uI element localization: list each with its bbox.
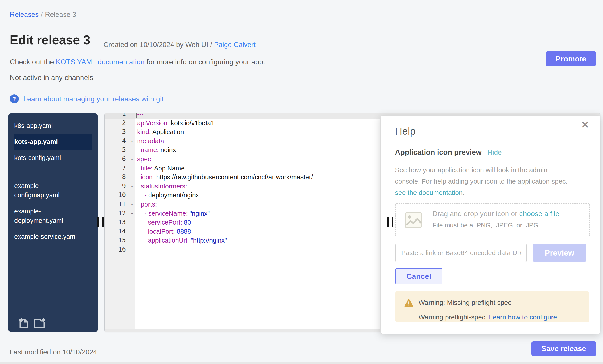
code-token: localPort: [148, 228, 177, 235]
fold-arrow-icon[interactable]: ▾ [131, 200, 133, 209]
icon-preview-title: Application icon preview [395, 148, 482, 156]
file-tab-example-deployment.yaml[interactable]: example-deployment.yaml [14, 203, 92, 229]
code-token: statusInformers: [141, 183, 187, 190]
description-line-1: See how your application icon will look … [395, 164, 568, 176]
code-token: nginx [161, 146, 176, 154]
sidebar-bottom-divider [16, 314, 93, 314]
code-token [137, 228, 148, 235]
help-title: Help [395, 125, 416, 137]
new-file-icon[interactable] [19, 318, 29, 330]
code-token: name: [141, 146, 161, 154]
fold-arrow-icon[interactable]: ▾ [131, 209, 133, 218]
sidebar-resize-handle-bar-1[interactable] [97, 217, 99, 227]
code-token: - [144, 192, 148, 199]
breadcrumb-current: Release 3 [45, 11, 76, 19]
code-token [137, 146, 141, 154]
git-help-link[interactable]: Learn about managing your releases with … [23, 95, 164, 103]
gutter-line-3: 3 [104, 127, 135, 137]
preview-button[interactable]: Preview [533, 244, 586, 262]
preflight-warning: Warning: Missing preflight spec Warning … [395, 291, 589, 322]
docs-sentence: Check out the KOTS YAML documentation fo… [10, 58, 265, 66]
save-release-button[interactable]: Save release [531, 341, 596, 356]
gutter-line-16: 16 [104, 245, 135, 254]
code-token [137, 219, 148, 226]
code-token [137, 201, 141, 208]
code-token [137, 165, 141, 172]
code-token: apiVersion: [137, 119, 171, 127]
warning-title: Warning: Missing preflight spec [418, 299, 511, 306]
sidebar-resize-handle-bar-2[interactable] [102, 217, 104, 227]
code-token: icon: [141, 174, 156, 181]
code-token [137, 192, 144, 199]
code-token: ports: [141, 201, 157, 208]
file-tab-example-configmap.yaml[interactable]: example-configmap.yaml [14, 178, 92, 203]
hide-link[interactable]: Hide [487, 149, 502, 156]
file-list: k8s-app.yamlkots-app.yamlkots-config.yam… [9, 113, 98, 245]
release-editor-page: Releases/Release 3 Edit release 3 Create… [0, 0, 603, 364]
gutter-line-9: 9▾ [104, 182, 135, 191]
gutter-line-4: 4▾ [104, 137, 135, 146]
code-token [137, 210, 144, 217]
fold-arrow-icon[interactable]: ▾ [131, 137, 133, 146]
code-token: 8888 [177, 228, 191, 235]
dropzone-subtext: File must be a .PNG, .JPEG, or .JPG [432, 222, 538, 229]
help-resize-handle-bar-1[interactable] [387, 217, 389, 227]
window-bottom-edge [0, 362, 603, 364]
cancel-button[interactable]: Cancel [395, 268, 442, 284]
code-token: applicationUrl: [148, 237, 191, 244]
gutter-line-2: 2 [104, 119, 135, 128]
dropzone-text-pre: Drag and drop your icon or [432, 210, 519, 218]
file-tab-kots-app.yaml[interactable]: kots-app.yaml [14, 134, 92, 150]
close-icon[interactable]: ✕ [581, 120, 589, 130]
gutter-line-13: 13 [104, 218, 135, 227]
code-token: kots.io/v1beta1 [171, 119, 215, 127]
code-token: - serviceName: [144, 210, 190, 217]
page-title: Edit release 3 [10, 33, 90, 47]
warning-text-prefix: Warning preflight-spec. [418, 313, 489, 321]
icon-url-input[interactable] [395, 244, 526, 262]
code-token: servicePort: [148, 219, 184, 226]
see-docs-link[interactable]: see the documentation [395, 189, 463, 196]
docs-sentence-pre: Check out the [10, 58, 56, 66]
file-sidebar: k8s-app.yamlkots-app.yamlkots-config.yam… [9, 113, 98, 332]
choose-file-link[interactable]: choose a file [519, 210, 559, 218]
gutter-line-15: 15 [104, 236, 135, 245]
code-token [137, 183, 141, 190]
code-token: deployment/nginx [148, 192, 199, 199]
file-group-divider [14, 172, 92, 172]
indent-guide [152, 218, 153, 245]
gutter-line-6: 6▾ [104, 154, 135, 164]
fold-arrow-icon[interactable]: ▾ [131, 182, 133, 191]
code-token: kind: [137, 128, 152, 135]
promote-button[interactable]: Promote [546, 51, 596, 66]
code-token [137, 237, 148, 244]
git-help-row: ? Learn about managing your releases wit… [10, 94, 164, 103]
gutter-line-10: 10 [104, 191, 135, 200]
breadcrumb-releases-link[interactable]: Releases [10, 11, 39, 19]
gutter-lines: 1234▾56▾789▾1011▾12▾13141516 [104, 113, 135, 254]
file-tab-k8s-app.yaml[interactable]: k8s-app.yaml [14, 118, 92, 134]
help-resize-handle-bar-2[interactable] [392, 217, 393, 227]
code-token: 80 [184, 219, 191, 226]
gutter-line-12: 12▾ [104, 209, 135, 218]
sidebar-file-actions [19, 318, 46, 330]
code-token [137, 174, 141, 181]
fold-arrow-icon[interactable]: ▾ [131, 155, 133, 164]
last-modified: Last modified on 10/10/2024 [10, 348, 97, 356]
code-token: spec: [137, 155, 152, 163]
created-prefix: Created on 10/10/2024 by Web UI / [104, 41, 214, 49]
channel-status: Not active in any channels [10, 74, 93, 82]
warning-configure-link[interactable]: Learn how to configure [489, 313, 557, 321]
code-token: metadata: [137, 137, 166, 144]
docs-sentence-post: for more info on configuring your app. [144, 58, 265, 66]
created-by-link[interactable]: Paige Calvert [214, 41, 255, 49]
dropzone-text: Drag and drop your icon or choose a file [432, 210, 559, 218]
new-folder-icon[interactable] [33, 318, 46, 330]
kots-yaml-docs-link[interactable]: KOTS YAML documentation [56, 58, 144, 66]
gutter-line-11: 11▾ [104, 200, 135, 209]
help-panel: ✕ Help Application icon previewHide See … [381, 115, 600, 334]
file-tab-kots-config.yaml[interactable]: kots-config.yaml [14, 150, 92, 166]
file-tab-example-service.yaml[interactable]: example-service.yaml [14, 229, 92, 245]
created-text: Created on 10/10/2024 by Web UI / Paige … [104, 41, 255, 49]
icon-dropzone[interactable]: Drag and drop your icon or choose a file… [395, 203, 590, 236]
